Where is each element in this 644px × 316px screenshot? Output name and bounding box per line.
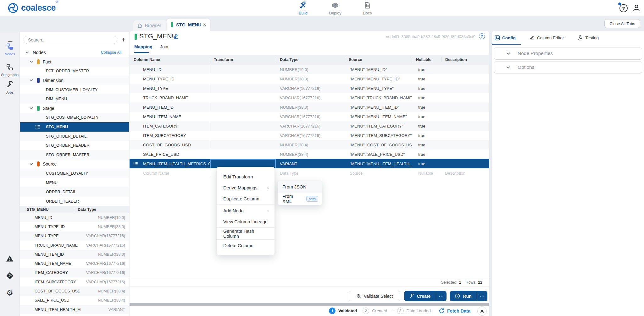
- table-header-description[interactable]: Description: [441, 55, 489, 65]
- tree-category-fact[interactable]: Fact: [20, 57, 129, 67]
- node-column-row[interactable]: MENU_IDNUMBER(19,0): [20, 213, 129, 222]
- mapping-row-menu-item-health-metrics-obj[interactable]: MENU_ITEM_HEALTH_METRICS_OBJVARIANT"MENU…: [130, 159, 489, 168]
- cell-transform[interactable]: [210, 131, 276, 140]
- validate-select-button[interactable]: Validate Select: [349, 291, 400, 301]
- table-header-nullable[interactable]: Nullable: [412, 55, 441, 65]
- coalesce-logo[interactable]: coalesce®: [8, 3, 58, 14]
- node-column-row[interactable]: TRUCK_BRAND_NAMEVARCHAR(16777216): [20, 241, 129, 250]
- tree-node-customer-loyalty[interactable]: CUSTOMER_LOYALTY: [20, 169, 129, 178]
- node-column-row[interactable]: COST_OF_GOODS_USDNUMBER(38,4): [20, 286, 129, 296]
- tree-category-dimension[interactable]: Dimension: [20, 76, 129, 85]
- accordion-node-properties[interactable]: Node Properties: [494, 47, 642, 60]
- tree-category-source[interactable]: Source: [20, 160, 129, 169]
- new-column-ghost-row[interactable]: Column NameData TypeSourceNullableDescri…: [130, 168, 489, 178]
- menu-item-generate-hash-column[interactable]: Generate Hash Column: [217, 228, 275, 239]
- node-column-row[interactable]: MENU_TYPEVARCHAR(16777216): [20, 232, 129, 241]
- table-header-source[interactable]: Source: [345, 55, 412, 65]
- tab-config[interactable]: Config: [495, 35, 516, 41]
- run-more-button[interactable]: ···: [477, 291, 487, 301]
- tree-category-stage[interactable]: Stage: [20, 104, 129, 113]
- node-help-icon[interactable]: ?: [479, 33, 485, 39]
- user-profile-icon[interactable]: [632, 3, 641, 12]
- mapping-row-item-category[interactable]: ITEM_CATEGORYVARCHAR(16777216)"MENU"."IT…: [130, 121, 489, 131]
- horizontal-scrollbar[interactable]: [130, 303, 489, 306]
- mapping-row-menu-id[interactable]: MENU_IDNUMBER(19,0)"MENU"."MENU_ID"true: [130, 65, 489, 74]
- tree-node-stg-menu[interactable]: STG_MENU: [20, 122, 129, 132]
- tree-node-menu[interactable]: MENU: [20, 178, 129, 188]
- tab-mapping[interactable]: Mapping: [134, 44, 153, 49]
- menu-item-edit-transform[interactable]: Edit Transform: [217, 171, 275, 182]
- fetch-data-button[interactable]: Fetch Data: [439, 308, 470, 313]
- sidebar-item-subgraphs[interactable]: Subgraphs: [0, 64, 19, 77]
- tab-testing[interactable]: Testing: [578, 35, 599, 41]
- menu-item-from-json[interactable]: From JSON: [278, 181, 322, 193]
- menu-item-derive-mappings[interactable]: Derive Mappings›: [217, 182, 275, 193]
- cell-transform[interactable]: [210, 93, 276, 102]
- tree-node-stg-order-master[interactable]: STG_ORDER_MASTER: [20, 150, 129, 160]
- accordion-options[interactable]: Options: [494, 61, 642, 74]
- cell-transform[interactable]: [210, 102, 276, 112]
- node-column-row[interactable]: MENU_ITEM_NAMEVARCHAR(16777216): [20, 259, 129, 268]
- tab-join[interactable]: Join: [160, 44, 168, 49]
- mapping-row-cost-of-goods-usd[interactable]: COST_OF_GOODS_USDNUMBER(38,4)"MENU"."COS…: [130, 140, 489, 150]
- mapping-row-menu-item-name[interactable]: MENU_ITEM_NAMEVARCHAR(16777216)"MENU"."M…: [130, 112, 489, 121]
- tree-header[interactable]: Nodes Collapse All: [20, 48, 129, 57]
- cell-transform[interactable]: [210, 84, 276, 93]
- mapping-row-sale-price-usd[interactable]: SALE_PRICE_USDNUMBER(38,4)"MENU"."SALE_P…: [130, 150, 489, 159]
- table-header-data-type[interactable]: Data Type: [276, 55, 345, 65]
- search-input[interactable]: [24, 36, 117, 44]
- run-button[interactable]: Run: [450, 291, 477, 301]
- collapse-all-link[interactable]: Collapse All: [101, 50, 121, 55]
- help-icon[interactable]: ?: [619, 4, 628, 12]
- menu-item-delete-column[interactable]: Delete Column: [217, 240, 275, 251]
- git-button[interactable]: [0, 272, 19, 281]
- tree-node-dim-customer-loyalty[interactable]: DIM_CUSTOMER_LOYALTY: [20, 85, 129, 95]
- menu-item-add-node[interactable]: Add Node›: [217, 205, 275, 216]
- cell-transform[interactable]: [210, 112, 276, 121]
- close-all-tabs-button[interactable]: Close All Tabs: [604, 19, 640, 28]
- nav-build[interactable]: Build: [292, 2, 314, 15]
- back-arrow-icon[interactable]: ←: [7, 36, 14, 45]
- tab-stg-menu[interactable]: STG_MENU ×: [167, 19, 210, 31]
- node-column-row[interactable]: SALE_PRICE_USDNUMBER(38,4): [20, 296, 129, 305]
- tab-browser[interactable]: Browser: [133, 20, 167, 31]
- cell-transform[interactable]: [210, 121, 276, 131]
- menu-item-view-column-lineage[interactable]: View Column Lineage: [217, 216, 275, 227]
- tree-node-stg-order-header[interactable]: STG_ORDER_HEADER: [20, 141, 129, 150]
- create-more-button[interactable]: ···: [436, 291, 447, 301]
- cell-transform[interactable]: [210, 74, 276, 84]
- close-tab-icon[interactable]: ×: [203, 22, 206, 28]
- collapse-panel-button[interactable]: [477, 306, 487, 316]
- mapping-row-menu-type-id[interactable]: MENU_TYPE_IDNUMBER(38,0)"MENU"."MENU_TYP…: [130, 74, 489, 84]
- mapping-row-truck-brand-name[interactable]: TRUCK_BRAND_NAMEVARCHAR(16777216)"MENU".…: [130, 93, 489, 102]
- node-column-row[interactable]: ITEM_CATEGORYVARCHAR(16777216): [20, 268, 129, 277]
- tree-node-order-header[interactable]: ORDER_HEADER: [20, 197, 129, 206]
- alerts-button[interactable]: [0, 255, 19, 264]
- node-column-row[interactable]: MENU_ITEM_HEALTH_MVARIANT: [20, 305, 129, 314]
- node-column-row[interactable]: MENU_ITEM_IDNUMBER(38,0): [20, 250, 129, 259]
- table-header-column-name[interactable]: Column Name: [130, 55, 210, 65]
- tree-node-dim-menu[interactable]: DIM_MENU: [20, 94, 129, 104]
- edit-node-name-icon[interactable]: [173, 34, 179, 39]
- tree-node-stg-customer-loyalty[interactable]: STG_CUSTOMER_LOYALTY: [20, 113, 129, 123]
- nav-deploy[interactable]: Deploy: [324, 2, 346, 15]
- menu-item-from-xml[interactable]: From XMLbeta: [278, 193, 322, 205]
- cell-transform[interactable]: [210, 150, 276, 159]
- tree-node-stg-order-detail[interactable]: STG_ORDER_DETAIL: [20, 132, 129, 141]
- sidebar-item-nodes[interactable]: Nodes: [0, 43, 19, 56]
- create-button[interactable]: Create: [404, 291, 436, 301]
- mapping-row-menu-type[interactable]: MENU_TYPEVARCHAR(16777216)"MENU"."MENU_T…: [130, 84, 489, 93]
- tab-column-editor[interactable]: Column Editor: [530, 35, 564, 41]
- tree-node-order-detail[interactable]: ORDER_DETAIL: [20, 187, 129, 197]
- cell-transform[interactable]: [210, 65, 276, 74]
- menu-item-duplicate-column[interactable]: Duplicate Column: [217, 193, 275, 204]
- mapping-row-menu-item-id[interactable]: MENU_ITEM_IDNUMBER(38,0)"MENU"."MENU_ITE…: [130, 102, 489, 112]
- node-column-row[interactable]: ITEM_SUBCATEGORYVARCHAR(16777216): [20, 277, 129, 286]
- nav-docs[interactable]: Docs: [356, 2, 378, 15]
- add-node-button[interactable]: +: [119, 35, 128, 44]
- sidebar-item-jobs[interactable]: Jobs: [0, 81, 19, 94]
- cell-transform[interactable]: [210, 140, 276, 150]
- settings-button[interactable]: ⚙: [0, 289, 19, 297]
- tree-node-fct-order-master[interactable]: FCT_ORDER_MASTER: [20, 67, 129, 76]
- table-header-transform[interactable]: Transform: [210, 55, 276, 65]
